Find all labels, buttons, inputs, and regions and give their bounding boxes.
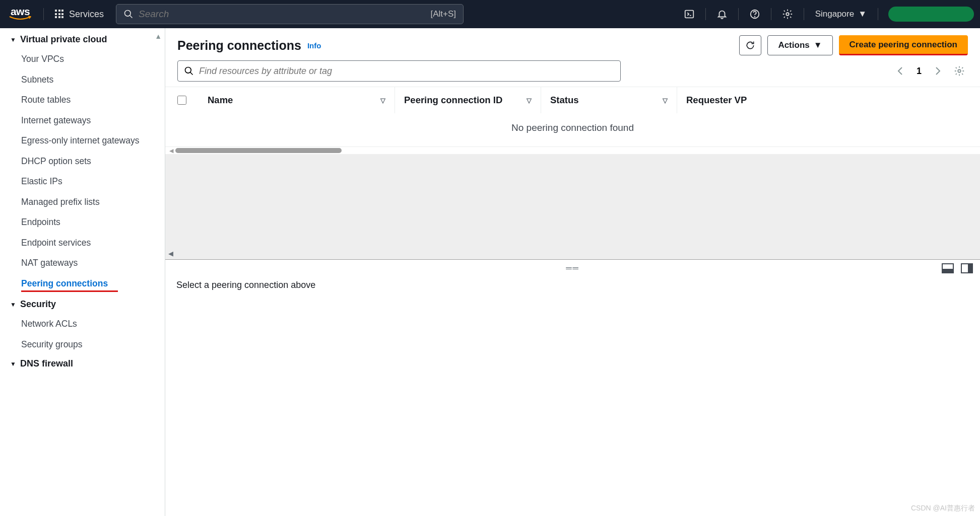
divider	[738, 8, 739, 20]
sidebar-item-network-acls[interactable]: Network ACLs	[0, 314, 165, 334]
sidebar-section-vpc[interactable]: ▼ Virtual private cloud	[0, 30, 165, 49]
sort-icon: ▽	[663, 97, 668, 104]
divider	[804, 8, 804, 20]
select-all-cell[interactable]	[165, 96, 199, 105]
gear-icon	[954, 65, 965, 77]
global-search[interactable]: [Alt+S]	[116, 4, 464, 24]
sidebar-section-security[interactable]: ▼ Security	[0, 295, 165, 314]
divider	[771, 8, 771, 20]
section-title: Virtual private cloud	[20, 34, 107, 45]
refresh-icon	[745, 40, 755, 50]
sidebar-item-peering-connections[interactable]: Peering connections	[21, 273, 118, 292]
sidebar-item-endpoint-services[interactable]: Endpoint services	[0, 233, 165, 253]
search-input[interactable]	[139, 9, 430, 20]
pager: 1	[891, 62, 968, 80]
svg-line-1	[130, 16, 133, 18]
actions-label: Actions	[778, 40, 809, 50]
column-peering-id[interactable]: Peering connection ID ▽	[395, 87, 541, 113]
account-pill[interactable]	[888, 7, 974, 22]
column-name[interactable]: Name ▽	[199, 87, 395, 113]
sidebar-item-subnets[interactable]: Subnets	[0, 69, 165, 90]
divider	[43, 8, 44, 20]
pager-next[interactable]	[930, 62, 947, 80]
divider	[878, 8, 878, 20]
caret-down-icon: ▼	[10, 301, 16, 308]
detail-panel: Select a peering connection above	[165, 277, 980, 293]
select-all-checkbox[interactable]	[177, 96, 186, 105]
filter-input[interactable]	[199, 66, 614, 77]
main-header: Peering connections Info Actions ▼ Creat…	[165, 28, 980, 60]
sidebar-section-dns-firewall[interactable]: ▼ DNS firewall	[0, 354, 165, 373]
section-title: Security	[20, 299, 56, 310]
aws-swoosh-icon	[9, 16, 31, 21]
detail-empty-message: Select a peering connection above	[176, 280, 969, 290]
scroll-left-arrow[interactable]: ◀	[169, 148, 173, 154]
svg-point-5	[754, 17, 755, 17]
search-shortcut: [Alt+S]	[430, 9, 456, 19]
gear-icon	[782, 9, 793, 20]
sort-icon: ▽	[380, 97, 385, 104]
notifications-button[interactable]	[711, 4, 733, 24]
sidebar-item-your-vpcs[interactable]: Your VPCs	[0, 49, 165, 69]
help-button[interactable]	[744, 4, 766, 24]
services-menu-button[interactable]: Services	[50, 6, 109, 23]
column-status[interactable]: Status ▽	[541, 87, 677, 113]
page-title: Peering connections	[177, 38, 301, 53]
layout-side-button[interactable]	[961, 263, 973, 273]
scroll-thumb[interactable]	[175, 148, 342, 153]
sidebar-item-nat-gateways[interactable]: NAT gateways	[0, 253, 165, 273]
horizontal-scrollbar[interactable]: ◀	[165, 147, 980, 154]
pager-current: 1	[912, 66, 926, 77]
sidebar-item-dhcp-option-sets[interactable]: DHCP option sets	[0, 151, 165, 172]
top-nav: aws Services [Alt+S] Singapore ▼	[0, 0, 980, 28]
sidebar-item-managed-prefix-lists[interactable]: Managed prefix lists	[0, 192, 165, 212]
actions-dropdown[interactable]: Actions ▼	[767, 35, 832, 55]
svg-point-6	[786, 13, 789, 16]
column-requester-vpc[interactable]: Requester VP	[677, 87, 768, 113]
region-selector[interactable]: Singapore ▼	[809, 9, 873, 19]
cloudshell-icon	[684, 9, 695, 20]
bell-icon	[716, 9, 728, 20]
sort-icon: ▽	[527, 97, 532, 104]
aws-logo[interactable]: aws	[6, 6, 37, 23]
refresh-button[interactable]	[739, 35, 761, 55]
cloudshell-button[interactable]	[678, 4, 700, 24]
table-preferences-button[interactable]	[951, 62, 968, 80]
chevron-right-icon	[935, 66, 942, 76]
table-area: Name ▽ Peering connection ID ▽ Status ▽ …	[165, 87, 980, 147]
filter-input-wrapper[interactable]	[177, 60, 621, 82]
sidebar-item-endpoints[interactable]: Endpoints	[0, 212, 165, 233]
caret-down-icon: ▼	[814, 40, 822, 50]
create-peering-connection-button[interactable]: Create peering connection	[839, 35, 968, 55]
help-icon	[749, 9, 760, 20]
divider	[705, 8, 706, 20]
sidebar: ▲ ▼ Virtual private cloud Your VPCs Subn…	[0, 28, 165, 516]
layout-switcher	[942, 263, 973, 273]
caret-down-icon: ▼	[858, 9, 867, 19]
search-icon	[184, 66, 194, 76]
empty-table-message: No peering connection found	[165, 113, 980, 146]
sidebar-item-elastic-ips[interactable]: Elastic IPs	[0, 171, 165, 192]
sidebar-item-security-groups[interactable]: Security groups	[0, 334, 165, 355]
nav-right: Singapore ▼	[678, 4, 974, 24]
caret-down-icon: ▼	[10, 36, 16, 43]
svg-point-0	[125, 11, 131, 17]
drag-handle-icon[interactable]: ══	[566, 264, 579, 273]
svg-point-9	[958, 69, 961, 72]
create-label: Create peering connection	[850, 40, 957, 50]
collapse-sidebar-caret[interactable]: ▲	[155, 32, 162, 40]
svg-line-8	[190, 72, 193, 75]
scroll-track[interactable]	[175, 148, 974, 153]
split-panel-header: ══	[165, 260, 980, 277]
grid-icon	[55, 10, 64, 19]
services-label: Services	[69, 9, 104, 20]
pager-prev[interactable]	[891, 62, 908, 80]
settings-button[interactable]	[776, 4, 799, 24]
sidebar-item-route-tables[interactable]: Route tables	[0, 90, 165, 110]
sidebar-item-egress-only-igw[interactable]: Egress-only internet gateways	[0, 130, 165, 151]
layout-bottom-button[interactable]	[942, 263, 954, 273]
info-link[interactable]: Info	[307, 41, 321, 50]
collapse-left-caret[interactable]: ◀	[168, 250, 173, 257]
filter-row: 1	[165, 60, 980, 87]
sidebar-item-internet-gateways[interactable]: Internet gateways	[0, 110, 165, 131]
